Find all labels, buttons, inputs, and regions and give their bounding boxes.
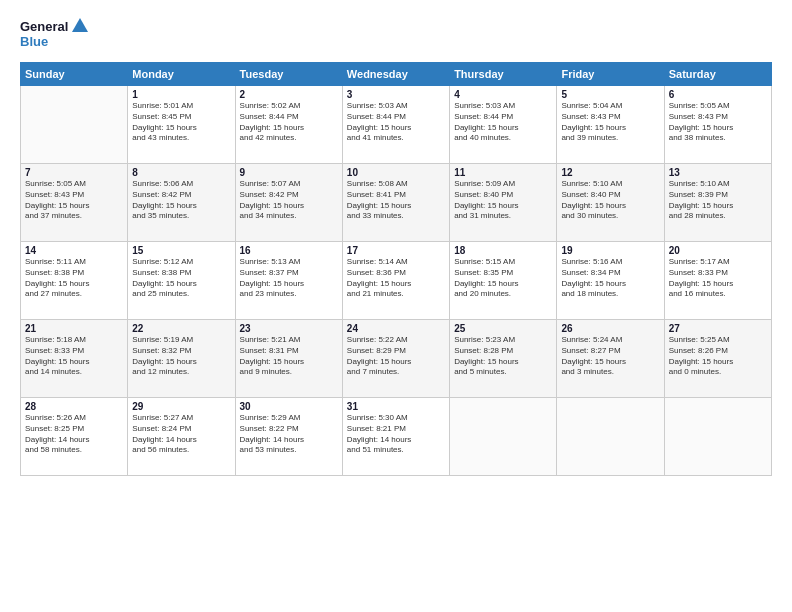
calendar-cell: 30Sunrise: 5:29 AMSunset: 8:22 PMDayligh… — [235, 398, 342, 476]
day-number: 29 — [132, 401, 230, 412]
cell-info: Sunrise: 5:30 AMSunset: 8:21 PMDaylight:… — [347, 413, 445, 456]
calendar-cell: 7Sunrise: 5:05 AMSunset: 8:43 PMDaylight… — [21, 164, 128, 242]
day-number: 8 — [132, 167, 230, 178]
day-number: 24 — [347, 323, 445, 334]
cell-info: Sunrise: 5:13 AMSunset: 8:37 PMDaylight:… — [240, 257, 338, 300]
day-number: 7 — [25, 167, 123, 178]
cell-info: Sunrise: 5:06 AMSunset: 8:42 PMDaylight:… — [132, 179, 230, 222]
calendar-week-1: 7Sunrise: 5:05 AMSunset: 8:43 PMDaylight… — [21, 164, 772, 242]
weekday-header-sunday: Sunday — [21, 63, 128, 86]
cell-info: Sunrise: 5:09 AMSunset: 8:40 PMDaylight:… — [454, 179, 552, 222]
calendar-cell: 12Sunrise: 5:10 AMSunset: 8:40 PMDayligh… — [557, 164, 664, 242]
cell-info: Sunrise: 5:10 AMSunset: 8:40 PMDaylight:… — [561, 179, 659, 222]
cell-info: Sunrise: 5:22 AMSunset: 8:29 PMDaylight:… — [347, 335, 445, 378]
calendar-cell — [557, 398, 664, 476]
cell-info: Sunrise: 5:26 AMSunset: 8:25 PMDaylight:… — [25, 413, 123, 456]
cell-info: Sunrise: 5:10 AMSunset: 8:39 PMDaylight:… — [669, 179, 767, 222]
calendar-cell: 13Sunrise: 5:10 AMSunset: 8:39 PMDayligh… — [664, 164, 771, 242]
day-number: 2 — [240, 89, 338, 100]
cell-info: Sunrise: 5:25 AMSunset: 8:26 PMDaylight:… — [669, 335, 767, 378]
day-number: 19 — [561, 245, 659, 256]
calendar-cell: 22Sunrise: 5:19 AMSunset: 8:32 PMDayligh… — [128, 320, 235, 398]
weekday-header-friday: Friday — [557, 63, 664, 86]
day-number: 22 — [132, 323, 230, 334]
logo: General Blue — [20, 16, 90, 52]
weekday-header-thursday: Thursday — [450, 63, 557, 86]
cell-info: Sunrise: 5:21 AMSunset: 8:31 PMDaylight:… — [240, 335, 338, 378]
day-number: 5 — [561, 89, 659, 100]
cell-info: Sunrise: 5:16 AMSunset: 8:34 PMDaylight:… — [561, 257, 659, 300]
cell-info: Sunrise: 5:27 AMSunset: 8:24 PMDaylight:… — [132, 413, 230, 456]
day-number: 12 — [561, 167, 659, 178]
day-number: 11 — [454, 167, 552, 178]
calendar-cell: 27Sunrise: 5:25 AMSunset: 8:26 PMDayligh… — [664, 320, 771, 398]
calendar-week-0: 1Sunrise: 5:01 AMSunset: 8:45 PMDaylight… — [21, 86, 772, 164]
day-number: 13 — [669, 167, 767, 178]
calendar-cell: 14Sunrise: 5:11 AMSunset: 8:38 PMDayligh… — [21, 242, 128, 320]
svg-marker-2 — [72, 18, 88, 32]
cell-info: Sunrise: 5:11 AMSunset: 8:38 PMDaylight:… — [25, 257, 123, 300]
weekday-header-monday: Monday — [128, 63, 235, 86]
cell-info: Sunrise: 5:24 AMSunset: 8:27 PMDaylight:… — [561, 335, 659, 378]
cell-info: Sunrise: 5:05 AMSunset: 8:43 PMDaylight:… — [25, 179, 123, 222]
calendar-cell: 31Sunrise: 5:30 AMSunset: 8:21 PMDayligh… — [342, 398, 449, 476]
cell-info: Sunrise: 5:07 AMSunset: 8:42 PMDaylight:… — [240, 179, 338, 222]
calendar-cell: 21Sunrise: 5:18 AMSunset: 8:33 PMDayligh… — [21, 320, 128, 398]
day-number: 6 — [669, 89, 767, 100]
cell-info: Sunrise: 5:01 AMSunset: 8:45 PMDaylight:… — [132, 101, 230, 144]
day-number: 9 — [240, 167, 338, 178]
weekday-header-wednesday: Wednesday — [342, 63, 449, 86]
calendar-cell: 28Sunrise: 5:26 AMSunset: 8:25 PMDayligh… — [21, 398, 128, 476]
logo-svg: General Blue — [20, 16, 90, 52]
day-number: 30 — [240, 401, 338, 412]
header: General Blue — [20, 16, 772, 52]
calendar-cell — [21, 86, 128, 164]
cell-info: Sunrise: 5:23 AMSunset: 8:28 PMDaylight:… — [454, 335, 552, 378]
calendar-cell: 29Sunrise: 5:27 AMSunset: 8:24 PMDayligh… — [128, 398, 235, 476]
day-number: 25 — [454, 323, 552, 334]
calendar-cell — [664, 398, 771, 476]
calendar-week-3: 21Sunrise: 5:18 AMSunset: 8:33 PMDayligh… — [21, 320, 772, 398]
calendar-cell: 6Sunrise: 5:05 AMSunset: 8:43 PMDaylight… — [664, 86, 771, 164]
calendar-cell: 1Sunrise: 5:01 AMSunset: 8:45 PMDaylight… — [128, 86, 235, 164]
calendar-cell: 3Sunrise: 5:03 AMSunset: 8:44 PMDaylight… — [342, 86, 449, 164]
calendar-cell: 10Sunrise: 5:08 AMSunset: 8:41 PMDayligh… — [342, 164, 449, 242]
cell-info: Sunrise: 5:17 AMSunset: 8:33 PMDaylight:… — [669, 257, 767, 300]
cell-info: Sunrise: 5:08 AMSunset: 8:41 PMDaylight:… — [347, 179, 445, 222]
cell-info: Sunrise: 5:29 AMSunset: 8:22 PMDaylight:… — [240, 413, 338, 456]
weekday-header-tuesday: Tuesday — [235, 63, 342, 86]
calendar-cell: 19Sunrise: 5:16 AMSunset: 8:34 PMDayligh… — [557, 242, 664, 320]
cell-info: Sunrise: 5:02 AMSunset: 8:44 PMDaylight:… — [240, 101, 338, 144]
cell-info: Sunrise: 5:03 AMSunset: 8:44 PMDaylight:… — [454, 101, 552, 144]
weekday-header-row: SundayMondayTuesdayWednesdayThursdayFrid… — [21, 63, 772, 86]
calendar-cell: 4Sunrise: 5:03 AMSunset: 8:44 PMDaylight… — [450, 86, 557, 164]
calendar-table: SundayMondayTuesdayWednesdayThursdayFrid… — [20, 62, 772, 476]
day-number: 31 — [347, 401, 445, 412]
day-number: 18 — [454, 245, 552, 256]
calendar-cell: 2Sunrise: 5:02 AMSunset: 8:44 PMDaylight… — [235, 86, 342, 164]
page: General Blue SundayMondayTuesdayWednesda… — [0, 0, 792, 612]
day-number: 17 — [347, 245, 445, 256]
day-number: 20 — [669, 245, 767, 256]
day-number: 21 — [25, 323, 123, 334]
day-number: 16 — [240, 245, 338, 256]
calendar-cell: 25Sunrise: 5:23 AMSunset: 8:28 PMDayligh… — [450, 320, 557, 398]
calendar-cell: 8Sunrise: 5:06 AMSunset: 8:42 PMDaylight… — [128, 164, 235, 242]
cell-info: Sunrise: 5:19 AMSunset: 8:32 PMDaylight:… — [132, 335, 230, 378]
calendar-cell: 24Sunrise: 5:22 AMSunset: 8:29 PMDayligh… — [342, 320, 449, 398]
day-number: 27 — [669, 323, 767, 334]
calendar-cell — [450, 398, 557, 476]
calendar-cell: 23Sunrise: 5:21 AMSunset: 8:31 PMDayligh… — [235, 320, 342, 398]
calendar-cell: 16Sunrise: 5:13 AMSunset: 8:37 PMDayligh… — [235, 242, 342, 320]
day-number: 3 — [347, 89, 445, 100]
cell-info: Sunrise: 5:05 AMSunset: 8:43 PMDaylight:… — [669, 101, 767, 144]
cell-info: Sunrise: 5:04 AMSunset: 8:43 PMDaylight:… — [561, 101, 659, 144]
day-number: 10 — [347, 167, 445, 178]
day-number: 1 — [132, 89, 230, 100]
weekday-header-saturday: Saturday — [664, 63, 771, 86]
day-number: 26 — [561, 323, 659, 334]
day-number: 28 — [25, 401, 123, 412]
calendar-week-2: 14Sunrise: 5:11 AMSunset: 8:38 PMDayligh… — [21, 242, 772, 320]
calendar-cell: 9Sunrise: 5:07 AMSunset: 8:42 PMDaylight… — [235, 164, 342, 242]
calendar-cell: 26Sunrise: 5:24 AMSunset: 8:27 PMDayligh… — [557, 320, 664, 398]
